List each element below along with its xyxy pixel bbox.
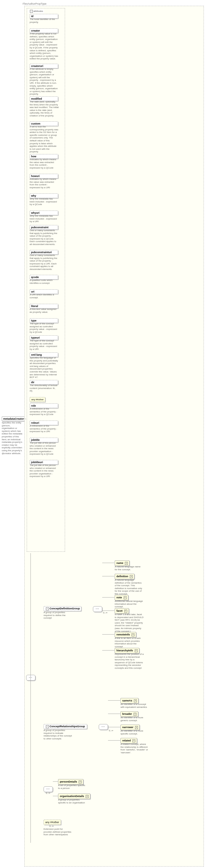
cdg-card: 0..∞ xyxy=(103,611,107,614)
attr-modified-desc: The date (and, optionally, the time) whe… xyxy=(30,100,59,117)
connector xyxy=(108,740,120,741)
child-sameAs-desc: An identifier of a concept with equivale… xyxy=(121,703,150,708)
connector xyxy=(53,781,58,782)
attr-whyuri-desc: Why the metadata has been included - exp… xyxy=(30,215,59,223)
attributes-label: − attributes xyxy=(28,9,44,13)
connector xyxy=(102,634,114,634)
connector xyxy=(102,597,114,597)
expand-icon[interactable]: − xyxy=(46,725,49,728)
expand-icon[interactable]: + xyxy=(124,596,127,599)
attr-custom-desc: If set to true the corresponding propert… xyxy=(30,125,59,153)
ext-box: any ##other xyxy=(44,819,61,825)
expand-icon[interactable]: + xyxy=(125,562,128,565)
expand-icon[interactable]: + xyxy=(134,700,137,702)
attr-why-desc: Why the metadata has been included - exp… xyxy=(30,197,59,206)
child-hierarchyInfo-desc: Represents the position of a concept in … xyxy=(115,653,144,670)
connector xyxy=(108,714,120,714)
expand-icon[interactable]: + xyxy=(135,726,138,729)
attr-uri-desc: A URI which identifies a concept. xyxy=(30,293,59,299)
child-remoteInfo-desc: A link to an item or a web resource whic… xyxy=(115,637,144,648)
attr-jobtitleuri-desc: The job title of the person who created … xyxy=(30,464,59,478)
ext-desc: Extension point for provider-defined pro… xyxy=(44,828,73,836)
attr-role-desc: A refinement of the semantics of the pro… xyxy=(30,407,59,416)
child-name-desc: A natural language name for the concept. xyxy=(115,565,144,571)
attr-howuri-desc: Indicates by which means the value was e… xyxy=(30,178,59,189)
attr-id-desc: The local identifier of the property. xyxy=(30,18,59,24)
attr-literal-desc: A free-text value assigned as property v… xyxy=(30,308,59,313)
ext-card: 0..∞ xyxy=(49,825,54,828)
attr-type-desc: The type of the concept assigned as cont… xyxy=(30,322,59,333)
attr-pubconstrainturi-desc: One or many constraints that apply to pu… xyxy=(30,254,59,271)
child-broader-desc: An identifier of a more generic concept. xyxy=(121,716,150,722)
attr-jobtitle-desc: The job title of the person who created … xyxy=(30,442,59,456)
attr-qcode-desc: A qualified code which identifies a conc… xyxy=(30,279,59,284)
any-other-attr: any ##other xyxy=(30,397,45,402)
expand-icon[interactable]: + xyxy=(133,713,136,716)
child-definition-desc: A natural language definition of the sem… xyxy=(115,579,144,595)
connector xyxy=(53,796,58,796)
connector xyxy=(108,727,120,727)
child-organisationDetails-desc: A group of properties specific to an org… xyxy=(58,799,87,804)
child-personDetails-desc: A set of properties specific to a person xyxy=(58,784,87,789)
child-facet-desc: In NAR 1.8 and later, facet is deprecate… xyxy=(115,613,144,632)
attr-roleuri-desc: A refinement of the semantics of the pro… xyxy=(30,425,59,433)
crg-box: − ConceptRelationshipsGroup xyxy=(44,724,87,729)
sequence-compositor xyxy=(26,675,35,681)
attr-xml:lang-desc: Specifies the language of this property … xyxy=(30,356,59,379)
attr-creatoruri-desc: If the attribute is empty, specifies whi… xyxy=(30,68,59,96)
cdg-desc: A group of properties required to define… xyxy=(44,611,73,620)
expand-icon[interactable]: + xyxy=(131,633,134,636)
expand-icon[interactable]: + xyxy=(124,610,127,613)
child-related-desc: A related concept, where the relationshi… xyxy=(121,743,150,754)
crg-card: 0..∞ xyxy=(109,729,113,732)
attr-dir-desc: The directionality of textual content (e… xyxy=(30,384,59,393)
cdg-box: − ConceptDefinitionGroup xyxy=(44,606,81,611)
connector-v xyxy=(30,553,31,843)
attr-how-desc: Indicates by which means the value was e… xyxy=(30,158,59,169)
expand-icon[interactable]: + xyxy=(79,780,82,783)
child-note-desc: Additional natural language information … xyxy=(115,600,144,608)
connector xyxy=(108,700,120,701)
root-desc: Specifies the entity (person, organisati… xyxy=(2,422,24,455)
expand-icon[interactable]: + xyxy=(130,575,133,578)
expand-icon[interactable]: + xyxy=(86,795,88,798)
expand-icon[interactable]: − xyxy=(30,10,33,13)
attr-pubconstraint-desc: One or many constraints that apply to pu… xyxy=(30,229,59,246)
expand-icon[interactable]: − xyxy=(46,607,49,610)
connector xyxy=(102,563,114,563)
page-title: FlexAuthorPropType xyxy=(23,2,47,5)
root-element: metadataCreator xyxy=(2,416,26,421)
attr-typeuri-desc: The type of the concept assigned as cont… xyxy=(30,339,59,350)
crg-desc: A group of properties required to indica… xyxy=(44,729,73,740)
cdg-choice xyxy=(93,606,102,612)
child-narrower-desc: An identifier of a more specific concept… xyxy=(121,730,150,735)
expand-icon[interactable]: + xyxy=(135,649,138,652)
connector xyxy=(23,419,26,419)
details-choice xyxy=(44,786,53,792)
expand-icon[interactable]: + xyxy=(132,739,135,742)
crg-choice xyxy=(99,724,108,730)
connector xyxy=(102,611,114,611)
attr-creator-desc: If the property value is not defined, sp… xyxy=(30,32,59,60)
details-card: 0..∞ xyxy=(46,792,50,795)
